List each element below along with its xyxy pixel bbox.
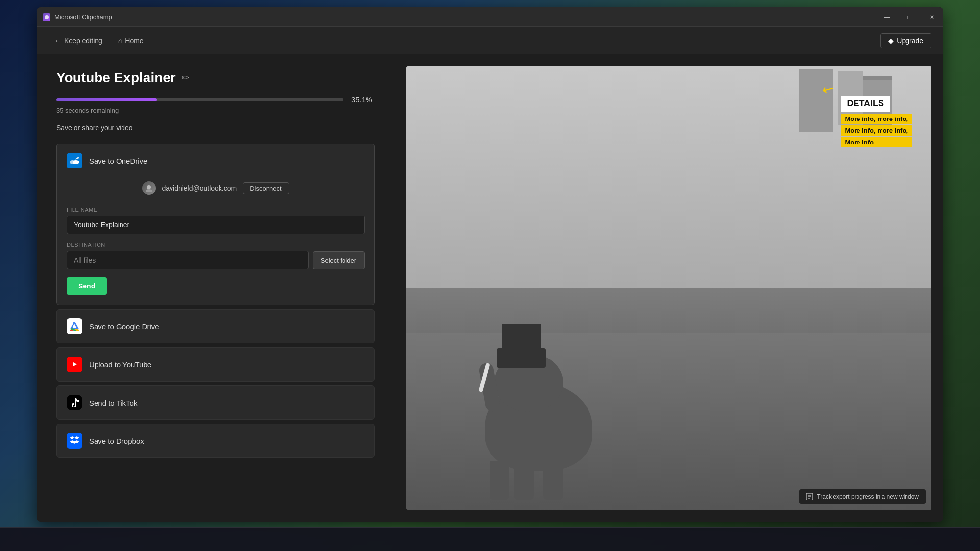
svg-point-4 (146, 189, 152, 192)
svg-point-0 (45, 15, 49, 19)
progress-section: 35.1% 35 seconds remaining (56, 96, 375, 114)
left-panel: Youtube Explainer ✏ 35.1% 35 seconds rem… (37, 54, 394, 522)
google-drive-header[interactable]: Save to Google Drive (57, 310, 374, 343)
maximize-button[interactable]: □ (898, 7, 921, 27)
svg-point-3 (147, 185, 151, 189)
tiktok-label: Send to TikTok (89, 399, 365, 407)
back-arrow-icon: ← (54, 37, 61, 45)
file-name-input[interactable] (67, 216, 365, 234)
right-panel: ↙ DETAILS More info, more info, More inf… (394, 54, 943, 522)
send-button[interactable]: Send (67, 277, 107, 295)
top-nav: ← Keep editing ⌂ Home ◆ Upgrade (37, 27, 943, 54)
titlebar-title: Microsoft Clipchamp (54, 13, 112, 21)
onedrive-label: Save to OneDrive (89, 157, 365, 165)
disconnect-button[interactable]: Disconnect (243, 182, 289, 194)
youtube-label: Upload to YouTube (89, 360, 365, 369)
info-line-1: More info, more info, (841, 114, 912, 124)
home-icon: ⌂ (118, 37, 122, 45)
onedrive-card: Save to OneDrive (56, 144, 375, 305)
upgrade-button[interactable]: ◆ Upgrade (880, 33, 931, 48)
account-email: davidnield@outlook.com (162, 184, 237, 192)
tiktok-card: Send to TikTok (56, 385, 375, 420)
progress-row: 35.1% (56, 96, 375, 104)
track-export-label: Track export progress in a new window (817, 493, 919, 500)
dropbox-label: Save to Dropbox (89, 437, 365, 445)
svg-marker-11 (70, 436, 74, 439)
top-nav-left: ← Keep editing ⌂ Home (49, 34, 149, 48)
edit-title-icon[interactable]: ✏ (182, 72, 189, 83)
destination-label: DESTINATION (67, 242, 365, 248)
keep-editing-label: Keep editing (64, 37, 102, 45)
titlebar-left: Microsoft Clipchamp (43, 13, 112, 21)
main-window: Microsoft Clipchamp — □ ✕ ← Keep editing… (37, 7, 943, 522)
app-content: ← Keep editing ⌂ Home ◆ Upgrade Youtube … (37, 27, 943, 522)
progress-bar-container (56, 98, 343, 101)
keep-editing-button[interactable]: ← Keep editing (49, 34, 108, 48)
progress-percent: 35.1% (351, 96, 375, 104)
app-icon (43, 13, 50, 21)
file-name-group: FILE NAME (67, 207, 365, 234)
details-text: DETAILS (841, 96, 890, 112)
dropbox-card: Save to Dropbox (56, 424, 375, 458)
minimize-button[interactable]: — (876, 7, 898, 27)
youtube-icon (67, 357, 82, 372)
file-name-label: FILE NAME (67, 207, 365, 213)
google-drive-icon (67, 318, 82, 334)
page-title: Youtube Explainer (56, 70, 176, 86)
info-line-2: More info, more info, (841, 125, 912, 136)
dropbox-icon (67, 433, 82, 449)
progress-time-remaining: 35 seconds remaining (56, 107, 375, 114)
export-icon (806, 493, 813, 500)
account-avatar (142, 181, 156, 195)
svg-point-2 (73, 160, 79, 164)
onedrive-content: davidnield@outlook.com Disconnect FILE N… (57, 177, 374, 305)
onedrive-header[interactable]: Save to OneDrive (57, 144, 374, 177)
select-folder-button[interactable]: Select folder (313, 251, 365, 269)
upgrade-label: Upgrade (897, 37, 923, 45)
destination-input[interactable] (67, 251, 309, 269)
diamond-icon: ◆ (888, 37, 894, 45)
svg-marker-5 (71, 322, 78, 329)
onedrive-icon (67, 153, 82, 168)
youtube-header[interactable]: Upload to YouTube (57, 348, 374, 381)
page-title-row: Youtube Explainer ✏ (56, 70, 375, 86)
google-drive-label: Save to Google Drive (89, 322, 365, 331)
google-drive-card: Save to Google Drive (56, 309, 375, 343)
dropbox-header[interactable]: Save to Dropbox (57, 424, 374, 457)
titlebar: Microsoft Clipchamp — □ ✕ (37, 7, 943, 27)
save-section-label: Save or share your video (56, 124, 375, 132)
youtube-card: Upload to YouTube (56, 347, 375, 382)
track-export-bar[interactable]: Track export progress in a new window (799, 489, 926, 504)
account-row: davidnield@outlook.com Disconnect (67, 177, 365, 199)
progress-bar-fill (56, 98, 157, 101)
home-button[interactable]: ⌂ Home (112, 34, 149, 48)
svg-marker-12 (74, 436, 79, 439)
home-label: Home (125, 37, 143, 45)
titlebar-controls: — □ ✕ (876, 7, 943, 27)
destination-group: DESTINATION Select folder (67, 242, 365, 269)
video-preview: ↙ DETAILS More info, more info, More inf… (406, 66, 931, 510)
taskbar (0, 527, 980, 551)
main-body: Youtube Explainer ✏ 35.1% 35 seconds rem… (37, 54, 943, 522)
save-options: Save to OneDrive (56, 144, 375, 458)
info-line-3: More info. (841, 137, 912, 147)
tiktok-header[interactable]: Send to TikTok (57, 386, 374, 419)
tiktok-icon (67, 395, 82, 410)
destination-row: Select folder (67, 251, 365, 269)
close-button[interactable]: ✕ (921, 7, 943, 27)
